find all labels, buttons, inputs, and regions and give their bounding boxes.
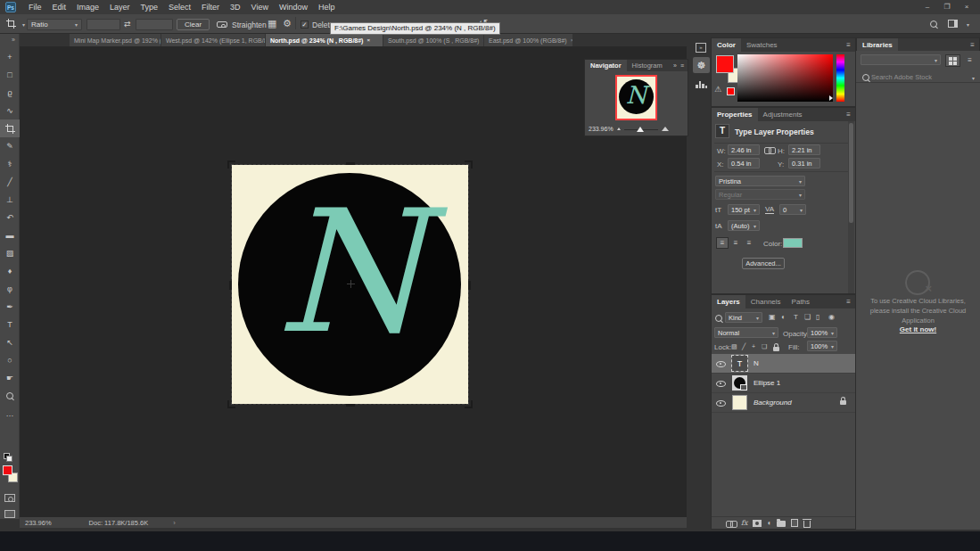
navigator-dock-icon[interactable]: ☸ bbox=[693, 57, 710, 73]
brush-tool[interactable]: ╱ bbox=[0, 173, 20, 191]
navigator-thumbnail[interactable]: N bbox=[615, 75, 657, 120]
menu-type[interactable]: Type bbox=[136, 0, 164, 14]
path-selection-tool[interactable]: ↖ bbox=[0, 333, 20, 351]
crop-tool[interactable] bbox=[0, 119, 20, 137]
search-icon[interactable] bbox=[930, 21, 937, 28]
workspace-chevron-icon[interactable]: ▾ bbox=[967, 21, 969, 28]
tab-swatches[interactable]: Swatches bbox=[741, 38, 783, 52]
background-layer-thumbnail[interactable] bbox=[732, 395, 747, 410]
history-brush-tool[interactable]: ↶ bbox=[0, 209, 20, 226]
menu-help[interactable]: Help bbox=[313, 0, 341, 14]
tab-east[interactable]: East.psd @ 100% (RGB/8#) × bbox=[484, 34, 573, 46]
add-layer-mask-icon[interactable] bbox=[753, 520, 762, 527]
filter-type-layers-icon[interactable]: T bbox=[794, 313, 798, 321]
zoom-tool[interactable] bbox=[0, 387, 20, 405]
swap-dimensions-icon[interactable]: ⇄ bbox=[124, 20, 131, 29]
crop-handle-top-left[interactable] bbox=[227, 160, 235, 169]
document-canvas[interactable]: N bbox=[232, 165, 468, 404]
foreground-color-swatch[interactable] bbox=[3, 465, 12, 475]
grid-view-button[interactable] bbox=[945, 54, 960, 67]
menu-file[interactable]: File bbox=[23, 0, 47, 14]
crop-handle-right[interactable] bbox=[468, 281, 471, 290]
crop-width-input[interactable] bbox=[86, 19, 120, 30]
lasso-tool[interactable]: ϱ bbox=[0, 84, 20, 102]
properties-scrollbar[interactable] bbox=[848, 121, 854, 293]
hue-slider-marker[interactable] bbox=[829, 95, 833, 101]
layer-row-background[interactable]: Background bbox=[712, 393, 855, 413]
layer-effects-icon[interactable]: fx bbox=[741, 519, 747, 527]
library-select[interactable]: ▾ bbox=[861, 54, 941, 65]
zoom-out-icon[interactable] bbox=[617, 127, 621, 130]
crop-handle-top-right[interactable] bbox=[465, 160, 473, 169]
filter-shape-layers-icon[interactable]: ❏ bbox=[804, 313, 811, 321]
toolbar-collapse-icon[interactable]: » bbox=[0, 34, 19, 48]
tab-libraries[interactable]: Libraries bbox=[857, 38, 898, 52]
menu-window[interactable]: Window bbox=[274, 0, 313, 14]
close-icon[interactable]: × bbox=[366, 37, 370, 43]
blend-mode-select[interactable]: Normal▾ bbox=[714, 327, 778, 338]
lock-transparency-icon[interactable]: ▨ bbox=[731, 343, 737, 350]
gradient-tool[interactable]: ▨ bbox=[0, 244, 20, 262]
close-icon[interactable]: × bbox=[571, 37, 573, 43]
filter-toggle-icon[interactable]: ◉ bbox=[828, 313, 835, 321]
menu-layer[interactable]: Layer bbox=[104, 0, 136, 14]
shape-layer-thumbnail[interactable] bbox=[732, 375, 747, 391]
crop-settings-gear-icon[interactable]: ⚙ bbox=[283, 18, 292, 29]
filter-adjustment-layers-icon[interactable]: ◐ bbox=[781, 313, 786, 321]
crop-ratio-select[interactable]: Ratio ▾ bbox=[27, 19, 82, 30]
visibility-eye-icon[interactable] bbox=[716, 380, 726, 387]
quick-selection-tool[interactable]: ∿ bbox=[0, 102, 20, 119]
new-layer-icon[interactable] bbox=[791, 519, 798, 527]
edit-toolbar-button[interactable]: … bbox=[0, 405, 20, 423]
tab-west[interactable]: West.psd @ 142% (Ellipse 1, RGB/8#) × bbox=[161, 34, 266, 46]
tab-navigator[interactable]: Navigator bbox=[585, 60, 627, 71]
align-center-button[interactable]: ≡ bbox=[729, 237, 742, 249]
navigator-zoom-value[interactable]: 233.96% bbox=[589, 126, 617, 132]
tab-color[interactable]: Color bbox=[712, 38, 741, 52]
filter-image-layers-icon[interactable]: ▣ bbox=[769, 313, 776, 321]
pen-tool[interactable]: ✒ bbox=[0, 298, 20, 316]
status-expand-icon[interactable]: › bbox=[173, 519, 176, 527]
quick-mask-mode-icon[interactable] bbox=[4, 494, 15, 502]
foreground-color-well[interactable] bbox=[716, 55, 734, 73]
panel-menu-icon[interactable]: ≡ bbox=[680, 62, 684, 69]
eyedropper-tool[interactable]: ✎ bbox=[0, 137, 20, 155]
menu-filter[interactable]: Filter bbox=[196, 0, 225, 14]
y-field[interactable]: 0.31 in bbox=[788, 158, 820, 169]
scrollbar-thumb[interactable] bbox=[849, 123, 853, 223]
straighten-icon[interactable] bbox=[217, 21, 227, 28]
panel-menu-icon[interactable]: ≡ bbox=[846, 41, 855, 49]
tab-channels[interactable]: Channels bbox=[745, 295, 786, 308]
crop-handle-bottom-left[interactable] bbox=[227, 400, 235, 408]
font-size-select[interactable]: 150 pt▾ bbox=[728, 204, 760, 215]
dodge-tool[interactable]: φ bbox=[0, 280, 20, 298]
eraser-tool[interactable]: ▬ bbox=[0, 226, 20, 244]
link-dimensions-icon[interactable] bbox=[764, 147, 774, 152]
zoom-in-icon[interactable] bbox=[662, 127, 669, 131]
width-field[interactable]: 2.46 in bbox=[728, 144, 760, 155]
lock-position-icon[interactable]: + bbox=[752, 343, 755, 350]
hue-slider[interactable] bbox=[836, 54, 844, 102]
minimize-button[interactable]: – bbox=[918, 0, 937, 14]
text-color-swatch[interactable] bbox=[783, 238, 803, 248]
close-button[interactable]: × bbox=[957, 0, 976, 14]
menu-view[interactable]: View bbox=[246, 0, 274, 14]
panel-menu-icon[interactable]: ≡ bbox=[846, 298, 855, 306]
default-colors-icon[interactable] bbox=[4, 453, 12, 461]
navigator-zoom-slider[interactable] bbox=[624, 125, 658, 134]
horizontal-type-tool[interactable]: T bbox=[0, 316, 20, 333]
fill-select[interactable]: 100%▾ bbox=[807, 341, 837, 351]
crop-handle-left[interactable] bbox=[229, 281, 232, 290]
color-saturation-field[interactable] bbox=[737, 54, 833, 102]
list-view-button[interactable]: ≡ bbox=[962, 54, 977, 67]
layer-row-n[interactable]: T N bbox=[712, 354, 855, 374]
overlay-grid-icon[interactable]: ▦ bbox=[268, 18, 276, 29]
align-left-button[interactable]: ≡ bbox=[716, 237, 729, 249]
tab-properties[interactable]: Properties bbox=[712, 108, 758, 121]
clone-stamp-tool[interactable]: ⊥ bbox=[0, 191, 20, 209]
restore-button[interactable]: ❐ bbox=[937, 0, 957, 14]
filter-smart-objects-icon[interactable]: ▯ bbox=[816, 313, 819, 321]
expand-panels-icon[interactable]: » bbox=[696, 43, 706, 53]
layer-name[interactable]: N bbox=[754, 359, 759, 367]
adjustment-layer-icon[interactable]: ◐ bbox=[767, 519, 771, 527]
